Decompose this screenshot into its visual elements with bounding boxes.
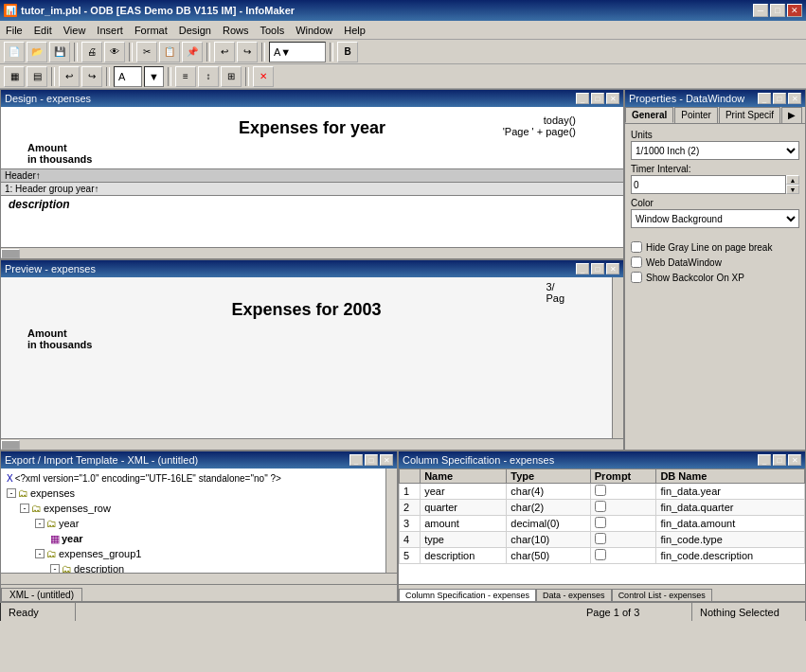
- xml-minimize[interactable]: _: [349, 454, 363, 466]
- expenses-row-expand[interactable]: -: [20, 504, 29, 513]
- table-row[interactable]: 5 description char(50) fin_code.descript…: [400, 548, 805, 564]
- tab-general[interactable]: General: [625, 107, 673, 123]
- prompt-checkbox[interactable]: [595, 549, 606, 560]
- tree-expenses[interactable]: - 🗂 expenses: [5, 486, 382, 501]
- tb2-redo[interactable]: ↪: [81, 66, 102, 87]
- maximize-button[interactable]: □: [770, 4, 785, 17]
- tb2-align-btn[interactable]: ≡: [175, 66, 196, 87]
- web-datawindow-checkbox[interactable]: [631, 256, 642, 268]
- tree-year-item[interactable]: ▦ year: [5, 531, 382, 546]
- desc-field[interactable]: description: [1, 196, 623, 213]
- design-hscroll[interactable]: [1, 247, 623, 258]
- table-row[interactable]: 4 type char(10) fin_code.type: [400, 532, 805, 548]
- prompt-checkbox[interactable]: [595, 501, 606, 512]
- design-hscroll-thumb[interactable]: [1, 249, 20, 258]
- year-folder-expand[interactable]: -: [35, 519, 45, 528]
- props-maximize[interactable]: □: [773, 93, 786, 104]
- xml-maximize[interactable]: □: [365, 454, 378, 466]
- tb2-btn2[interactable]: ▤: [27, 66, 47, 87]
- design-amount-label: Amount in thousands: [9, 142, 616, 165]
- xml-vscroll[interactable]: [385, 469, 397, 573]
- menu-file[interactable]: File: [0, 21, 28, 39]
- zoom-field[interactable]: A: [114, 66, 142, 87]
- col-spec-minimize[interactable]: _: [758, 454, 771, 466]
- timer-input[interactable]: [631, 175, 786, 194]
- bold-button[interactable]: B: [337, 42, 358, 62]
- props-minimize[interactable]: _: [758, 93, 771, 104]
- backcolor-label: Show Backcolor On XP: [646, 273, 744, 283]
- prompt-checkbox[interactable]: [595, 533, 606, 544]
- preview-close[interactable]: ✕: [606, 263, 619, 274]
- desc-folder-expand[interactable]: -: [50, 564, 60, 573]
- copy-button[interactable]: 📋: [159, 42, 180, 62]
- menu-design[interactable]: Design: [173, 21, 217, 39]
- menu-edit[interactable]: Edit: [28, 21, 58, 39]
- xml-close[interactable]: ✕: [380, 454, 393, 466]
- size-field[interactable]: ▼: [144, 66, 164, 87]
- menu-insert[interactable]: Insert: [91, 21, 129, 39]
- tab-pointer[interactable]: Pointer: [674, 107, 718, 123]
- color-select[interactable]: Window Background: [631, 209, 799, 228]
- prompt-checkbox[interactable]: [595, 485, 606, 496]
- preview-maximize[interactable]: □: [591, 263, 604, 274]
- tree-desc-folder[interactable]: - 🗂 description: [5, 561, 382, 573]
- design-maximize[interactable]: □: [591, 93, 604, 104]
- close-button[interactable]: ✕: [787, 4, 802, 17]
- timer-up-button[interactable]: ▲: [786, 175, 799, 185]
- timer-down-button[interactable]: ▼: [786, 185, 799, 194]
- font-name-field[interactable]: A▼: [269, 42, 326, 62]
- minimize-button[interactable]: ─: [753, 4, 768, 17]
- cut-button[interactable]: ✂: [136, 42, 157, 62]
- menu-view[interactable]: View: [58, 21, 92, 39]
- hide-gray-checkbox[interactable]: [631, 241, 642, 253]
- tb2-btn1[interactable]: ▦: [4, 66, 25, 87]
- backcolor-checkbox[interactable]: [631, 272, 642, 283]
- preview-area-content: 3/ Pag Expenses for 2003 Amount in thous…: [1, 277, 612, 354]
- props-close[interactable]: ✕: [788, 93, 801, 104]
- prompt-checkbox[interactable]: [595, 517, 606, 528]
- menu-window[interactable]: Window: [290, 21, 338, 39]
- tb2-x-btn[interactable]: ✕: [253, 66, 274, 87]
- expenses-expand[interactable]: -: [7, 488, 16, 498]
- tb2-filter-btn[interactable]: ⊞: [221, 66, 242, 87]
- menu-help[interactable]: Help: [338, 21, 371, 39]
- xml-hscroll[interactable]: [1, 573, 397, 584]
- menu-rows[interactable]: Rows: [217, 21, 255, 39]
- timer-spin-container: ▲ ▼: [631, 175, 799, 194]
- open-button[interactable]: 📂: [27, 42, 47, 62]
- tb2-undo[interactable]: ↩: [59, 66, 80, 87]
- undo-button[interactable]: ↩: [214, 42, 235, 62]
- xml-tab[interactable]: XML - (untitled): [1, 588, 82, 601]
- paste-button[interactable]: 📌: [182, 42, 203, 62]
- units-select[interactable]: 1/1000 Inch (2): [631, 141, 799, 160]
- preview-minimize[interactable]: _: [576, 263, 589, 274]
- save-button[interactable]: 💾: [49, 42, 70, 62]
- redo-button[interactable]: ↪: [237, 42, 258, 62]
- preview-hscroll-thumb[interactable]: [1, 440, 20, 450]
- print-button[interactable]: 🖨: [81, 42, 102, 62]
- table-row[interactable]: 1 year char(4) fin_data.year: [400, 484, 805, 500]
- tab-control-list[interactable]: Control List - expenses: [612, 589, 712, 601]
- preview-button[interactable]: 👁: [104, 42, 125, 62]
- tab-col-spec[interactable]: Column Specification - expenses: [399, 589, 536, 601]
- design-close[interactable]: ✕: [606, 93, 619, 104]
- tab-data[interactable]: Data - expenses: [536, 589, 612, 601]
- new-button[interactable]: 📄: [4, 42, 25, 62]
- tree-year-folder[interactable]: - 🗂 year: [5, 516, 382, 531]
- menu-tools[interactable]: Tools: [254, 21, 290, 39]
- col-spec-maximize[interactable]: □: [773, 454, 786, 466]
- tree-expenses-group1[interactable]: - 🗂 expenses_group1: [5, 546, 382, 561]
- preview-vscroll[interactable]: [612, 277, 623, 438]
- col-spec-close[interactable]: ✕: [788, 454, 801, 466]
- folder-icon-3: 🗂: [46, 518, 57, 529]
- preview-hscroll[interactable]: [1, 438, 623, 450]
- group1-expand[interactable]: -: [35, 549, 45, 558]
- table-row[interactable]: 3 amount decimal(0) fin_data.amount: [400, 516, 805, 532]
- tab-more[interactable]: ▶: [781, 107, 802, 123]
- tree-expenses-row[interactable]: - 🗂 expenses_row: [5, 501, 382, 516]
- tab-print-specif[interactable]: Print Specif: [719, 107, 780, 123]
- menu-format[interactable]: Format: [129, 21, 173, 39]
- tb2-sort-btn[interactable]: ↕: [198, 66, 219, 87]
- design-minimize[interactable]: _: [576, 93, 589, 104]
- table-row[interactable]: 2 quarter char(2) fin_data.quarter: [400, 500, 805, 516]
